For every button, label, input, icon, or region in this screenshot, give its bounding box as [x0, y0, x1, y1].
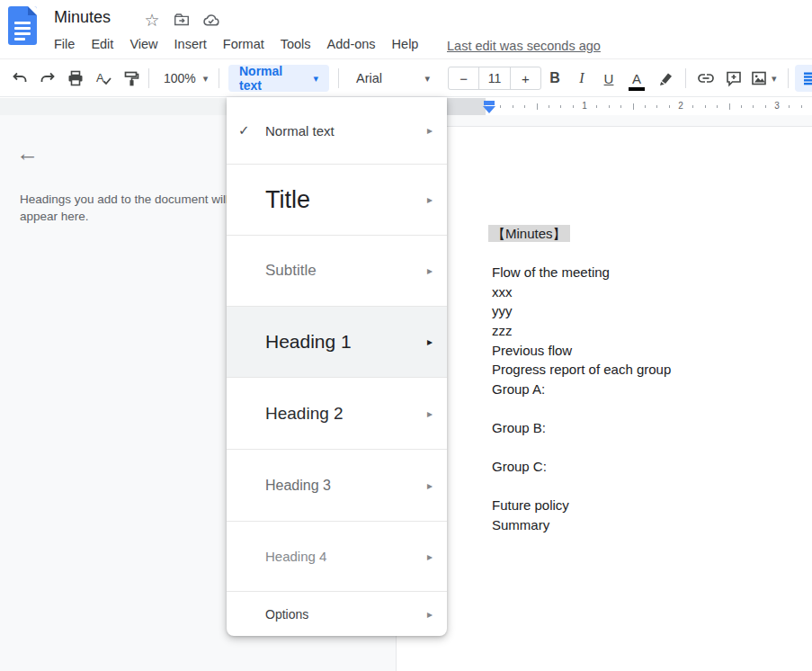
doc-line[interactable]: Future policy [492, 496, 671, 515]
style-menu-item-h3[interactable]: Heading 3▸ [227, 450, 447, 522]
doc-line[interactable]: yyy [492, 301, 671, 321]
close-outline-icon[interactable]: ← [16, 140, 39, 166]
separator [219, 68, 219, 88]
menu-format[interactable]: Format [223, 37, 264, 51]
font-size-control: − 11 + [448, 67, 541, 90]
doc-line[interactable]: Group C: [492, 457, 671, 477]
style-menu-item-normal[interactable]: ✓Normal text▸ [227, 97, 447, 165]
separator [685, 68, 686, 88]
menu-insert[interactable]: Insert [174, 37, 207, 51]
toolbar: A 100% ▾ Normal text ▾ Arial ▾ − [0, 60, 812, 97]
menu-view[interactable]: View [129, 37, 157, 51]
doc-line[interactable]: Group B: [492, 418, 671, 438]
style-menu-item-label: Title [265, 186, 310, 214]
last-edit-link[interactable]: Last edit was seconds ago [447, 39, 601, 53]
doc-line[interactable] [492, 438, 671, 458]
header: Minutes ☆ FileEditViewInsertFormatToolsA… [0, 0, 812, 59]
insert-image-dropdown[interactable]: ▾ [770, 65, 779, 92]
doc-line[interactable]: 【Minutes】 [492, 224, 671, 244]
ruler-number: 1 [582, 101, 587, 111]
doc-line[interactable]: zzz [492, 321, 671, 341]
undo-icon[interactable] [7, 66, 32, 91]
move-folder-icon[interactable] [172, 10, 192, 30]
menu-addons[interactable]: Add-ons [327, 37, 376, 51]
style-menu-item-label: Options [265, 607, 308, 622]
style-menu-item-label: Heading 2 [265, 404, 344, 424]
redo-icon[interactable] [35, 66, 60, 91]
bold-icon[interactable]: B [542, 66, 567, 91]
styles-select[interactable]: Normal text ▾ [228, 65, 329, 92]
underline-icon[interactable]: U [596, 66, 621, 91]
styles-menu: ✓Normal text▸Title▸Subtitle▸Heading 1▸He… [227, 97, 447, 636]
font-size-input[interactable]: 11 [478, 67, 509, 89]
style-menu-item-options[interactable]: Options▸ [227, 592, 447, 636]
paint-format-icon[interactable] [119, 66, 144, 91]
document-text[interactable]: 【Minutes】 Flow of the meetingxxxyyyzzzPr… [492, 224, 671, 535]
style-menu-item-label: Normal text [265, 123, 335, 139]
doc-line[interactable]: Group A: [492, 380, 671, 399]
separator [338, 68, 339, 88]
doc-line[interactable] [492, 244, 671, 264]
submenu-arrow-icon: ▸ [427, 124, 433, 137]
menu-file[interactable]: File [54, 37, 75, 51]
document-page[interactable]: 【Minutes】 Flow of the meetingxxxyyyzzzPr… [396, 126, 812, 671]
submenu-arrow-icon: ▸ [427, 336, 433, 348]
indent-marker-icon[interactable] [483, 100, 495, 114]
chevron-down-icon: ▾ [203, 73, 209, 85]
highlight-color-icon[interactable] [653, 66, 678, 91]
doc-line[interactable]: Flow of the meeting [492, 263, 671, 282]
doc-line[interactable]: Progress report of each group [492, 360, 671, 380]
menu-edit[interactable]: Edit [91, 37, 113, 51]
docs-logo-icon[interactable] [8, 6, 37, 45]
style-menu-item-label: Heading 3 [265, 478, 331, 494]
ruler-number: 3 [774, 101, 780, 111]
insert-image-icon[interactable] [748, 66, 770, 91]
print-icon[interactable] [63, 66, 88, 91]
document-title[interactable]: Minutes [54, 8, 111, 27]
submenu-arrow-icon: ▸ [427, 264, 433, 277]
submenu-arrow-icon: ▸ [427, 193, 433, 206]
chevron-down-icon: ▾ [424, 73, 430, 85]
style-menu-item-label: Heading 4 [265, 549, 326, 564]
menu-bar: FileEditViewInsertFormatToolsAdd-onsHelp [54, 37, 418, 51]
submenu-arrow-icon: ▸ [427, 608, 433, 621]
doc-line[interactable]: Summary [492, 515, 671, 535]
selected-text[interactable]: 【Minutes】 [488, 225, 570, 242]
submenu-arrow-icon: ▸ [427, 479, 433, 492]
star-icon[interactable]: ☆ [142, 10, 162, 30]
font-select[interactable]: Arial ▾ [347, 65, 439, 92]
doc-line[interactable]: Previous flow [492, 341, 671, 361]
menu-tools[interactable]: Tools [281, 37, 311, 51]
insert-comment-icon[interactable] [721, 66, 746, 91]
align-left-icon[interactable] [795, 65, 812, 92]
chevron-down-icon: ▾ [313, 73, 318, 85]
insert-link-icon[interactable] [693, 66, 718, 91]
spellcheck-icon[interactable]: A [91, 66, 116, 91]
doc-line[interactable] [492, 398, 671, 418]
separator [788, 68, 789, 88]
style-menu-item-subtitle[interactable]: Subtitle▸ [227, 236, 447, 307]
decrease-font-size-button[interactable]: − [449, 67, 478, 89]
zoom-select[interactable]: 100% ▾ [158, 65, 213, 92]
separator [148, 68, 149, 88]
chevron-down-icon: ▾ [772, 73, 777, 85]
style-menu-item-label: Heading 1 [265, 331, 352, 353]
style-menu-item-label: Subtitle [265, 262, 317, 280]
svg-text:A: A [96, 71, 104, 85]
ruler-number: 2 [678, 101, 683, 111]
doc-line[interactable]: xxx [492, 282, 671, 302]
style-menu-item-h2[interactable]: Heading 2▸ [227, 378, 447, 450]
style-menu-item-title[interactable]: Title▸ [227, 165, 447, 236]
text-color-icon[interactable]: A [624, 66, 649, 91]
italic-icon[interactable]: I [569, 66, 594, 91]
style-menu-item-h1[interactable]: Heading 1▸ [227, 307, 447, 378]
doc-line[interactable] [492, 477, 671, 497]
style-menu-item-h4[interactable]: Heading 4▸ [227, 522, 447, 592]
submenu-arrow-icon: ▸ [427, 550, 433, 563]
menu-help[interactable]: Help [392, 37, 419, 51]
check-icon: ✓ [238, 122, 250, 139]
google-docs-app: Minutes ☆ FileEditViewInsertFormatToolsA… [0, 0, 812, 671]
submenu-arrow-icon: ▸ [427, 407, 433, 420]
increase-font-size-button[interactable]: + [510, 67, 540, 89]
cloud-saved-icon[interactable] [201, 10, 220, 30]
